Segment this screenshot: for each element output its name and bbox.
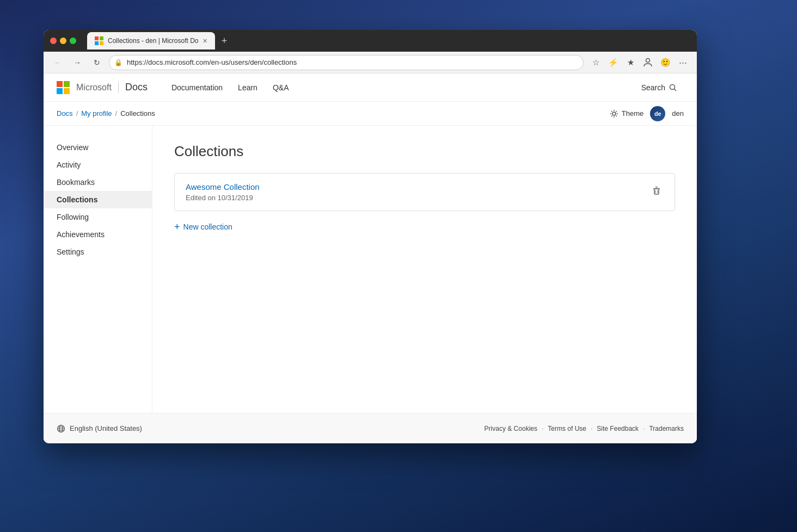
sidebar-item-activity[interactable]: Activity (44, 156, 152, 174)
sidebar-item-collections[interactable]: Collections (44, 191, 152, 208)
theme-label: Theme (622, 109, 643, 117)
tab-favicon (95, 36, 103, 45)
breadcrumb-docs[interactable]: Docs (57, 109, 73, 117)
nav-link-qa[interactable]: Q&A (266, 80, 296, 95)
footer-links: Privacy & Cookies · Terms of Use · Site … (485, 425, 684, 432)
breadcrumb-bar: Docs / My profile / Collections (44, 102, 697, 126)
new-collection-label: New collection (183, 222, 232, 231)
toolbar-icons: ☆ ⚡ ★ 🙂 ⋯ (588, 55, 690, 70)
breadcrumb-sep-2: / (115, 109, 118, 117)
traffic-lights (50, 38, 76, 44)
lock-icon: 🔒 (114, 59, 122, 66)
address-bar-container: 🔒 (109, 55, 584, 70)
ms-logo-red (57, 81, 63, 87)
footer-locale: English (United States) (57, 424, 142, 433)
tab-close-button[interactable]: × (203, 37, 207, 45)
address-input[interactable] (109, 55, 584, 70)
svg-rect-2 (95, 41, 99, 45)
footer-link-privacy[interactable]: Privacy & Cookies (485, 425, 537, 432)
svg-point-5 (670, 84, 675, 89)
svg-point-7 (612, 112, 616, 115)
back-button[interactable]: ← (50, 55, 65, 70)
top-navigation: Microsoft Docs Documentation Learn Q&A S… (44, 73, 697, 102)
collection-meta: Edited on 10/31/2019 (186, 194, 260, 202)
brand-divider (118, 82, 119, 93)
user-display-name[interactable]: den (672, 109, 684, 117)
svg-line-14 (616, 111, 616, 112)
brand-name-microsoft: Microsoft (76, 83, 112, 92)
microsoft-logo (57, 81, 70, 94)
browser-titlebar: Collections - den | Microsoft Do × + (44, 30, 697, 52)
browser-addressbar: ← → ↻ 🔒 ☆ ⚡ ★ 🙂 ⋯ (44, 52, 697, 73)
minimize-window-button[interactable] (60, 38, 66, 44)
nav-link-documentation[interactable]: Documentation (165, 80, 229, 95)
active-tab[interactable]: Collections - den | Microsoft Do × (87, 32, 215, 50)
svg-line-12 (611, 111, 612, 112)
user-avatar[interactable]: de (650, 106, 665, 121)
search-icon (669, 83, 677, 92)
svg-rect-16 (654, 189, 659, 194)
favorites-button[interactable]: ☆ (588, 55, 603, 70)
profile-button[interactable] (640, 55, 655, 70)
locale-label: English (United States) (70, 424, 142, 432)
new-tab-button[interactable]: + (217, 35, 232, 47)
main-content: Collections Awesome Collection Edited on… (152, 126, 697, 413)
page-title: Collections (174, 143, 675, 160)
footer-link-trademarks[interactable]: Trademarks (649, 425, 684, 432)
svg-rect-1 (100, 36, 103, 40)
favorites-bar-button[interactable]: ★ (623, 55, 638, 70)
ms-logo-blue (57, 88, 63, 94)
main-layout: Overview Activity Bookmarks Collections … (44, 126, 697, 413)
emoji-button[interactable]: 🙂 (658, 55, 673, 70)
footer-link-terms[interactable]: Terms of Use (548, 425, 586, 432)
sidebar-item-achievements[interactable]: Achievements (44, 226, 152, 243)
tab-bar: Collections - den | Microsoft Do × + (87, 32, 690, 50)
sidebar: Overview Activity Bookmarks Collections … (44, 126, 152, 413)
theme-button[interactable]: Theme (610, 109, 643, 118)
svg-line-6 (675, 89, 677, 91)
breadcrumb-collections: Collections (120, 109, 155, 117)
search-button[interactable]: Search (635, 80, 684, 95)
svg-rect-0 (95, 36, 99, 40)
sidebar-item-bookmarks[interactable]: Bookmarks (44, 174, 152, 191)
globe-icon (57, 424, 65, 433)
browser-window: Collections - den | Microsoft Do × + ← →… (44, 30, 697, 443)
trash-icon (652, 186, 661, 196)
footer-link-feedback[interactable]: Site Feedback (597, 425, 639, 432)
theme-icon (610, 109, 618, 118)
breadcrumb-myprofile[interactable]: My profile (81, 109, 112, 117)
sidebar-item-settings[interactable]: Settings (44, 243, 152, 261)
svg-point-4 (646, 58, 650, 62)
breadcrumb: Docs / My profile / Collections (57, 109, 610, 117)
sidebar-item-overview[interactable]: Overview (44, 139, 152, 156)
footer: English (United States) Privacy & Cookie… (44, 413, 697, 443)
sidebar-item-following[interactable]: Following (44, 208, 152, 226)
maximize-window-button[interactable] (70, 38, 76, 44)
collection-card[interactable]: Awesome Collection Edited on 10/31/2019 (174, 173, 675, 211)
close-window-button[interactable] (50, 38, 57, 44)
ms-logo-green (64, 81, 70, 87)
delete-collection-button[interactable] (649, 184, 664, 200)
collection-name[interactable]: Awesome Collection (186, 182, 260, 191)
user-initials: de (654, 110, 661, 117)
tab-title: Collections - den | Microsoft Do (108, 37, 199, 45)
refresh-button[interactable]: ↻ (89, 55, 105, 70)
new-collection-button[interactable]: + New collection (174, 220, 675, 234)
settings-button[interactable]: ⋯ (675, 55, 690, 70)
svg-line-13 (616, 115, 616, 116)
brand-docs[interactable]: Docs (125, 82, 148, 93)
forward-button[interactable]: → (70, 55, 85, 70)
nav-link-learn[interactable]: Learn (231, 80, 264, 95)
search-label: Search (641, 83, 665, 92)
footer-sep-1: · (542, 425, 543, 432)
theme-user: Theme de den (610, 106, 684, 121)
breadcrumb-sep-1: / (76, 109, 78, 117)
svg-rect-3 (100, 41, 103, 45)
nav-links: Documentation Learn Q&A (165, 80, 296, 95)
collection-info: Awesome Collection Edited on 10/31/2019 (186, 182, 260, 202)
ms-logo-yellow (64, 88, 70, 94)
page-content: Microsoft Docs Documentation Learn Q&A S… (44, 73, 697, 443)
footer-sep-2: · (591, 425, 592, 432)
extensions-button[interactable]: ⚡ (605, 55, 621, 70)
svg-line-15 (611, 115, 612, 116)
